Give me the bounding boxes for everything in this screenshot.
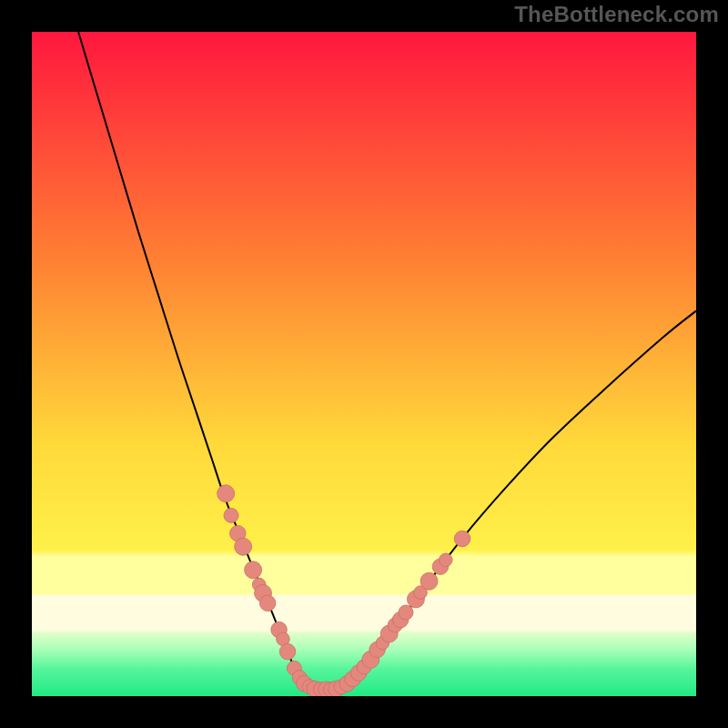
data-marker <box>420 572 438 590</box>
data-marker <box>217 485 235 502</box>
data-marker <box>224 508 238 522</box>
chart-svg <box>32 32 696 696</box>
data-marker <box>259 595 276 612</box>
chart-frame: TheBottleneck.com <box>0 0 728 728</box>
data-marker <box>235 538 252 555</box>
watermark-text: TheBottleneck.com <box>514 2 719 27</box>
data-marker <box>439 553 452 567</box>
plot-background <box>32 32 696 696</box>
plot-area <box>32 32 696 696</box>
data-marker <box>454 531 470 547</box>
data-marker <box>279 643 296 660</box>
data-marker <box>245 561 262 579</box>
data-marker <box>399 605 413 620</box>
